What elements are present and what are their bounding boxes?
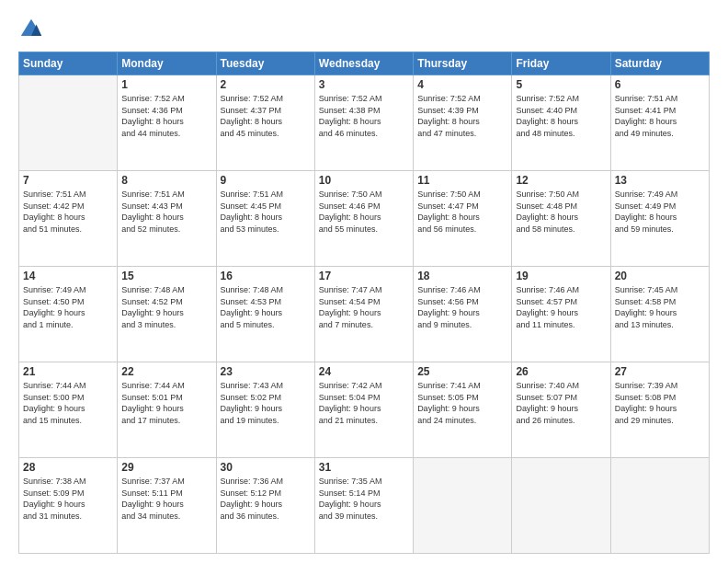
cell-info: and 9 minutes. [417,319,507,331]
cell-info: Daylight: 8 hours [221,212,311,224]
column-header-thursday: Thursday [414,52,512,75]
cell-info: Sunrise: 7:50 AM [417,189,507,201]
calendar-cell: 5Sunrise: 7:52 AMSunset: 4:40 PMDaylight… [512,75,610,171]
cell-info: Daylight: 8 hours [319,212,409,224]
column-header-wednesday: Wednesday [314,52,413,75]
cell-info: Sunset: 4:52 PM [121,296,211,308]
cell-info: and 47 minutes. [417,128,507,140]
cell-info: Daylight: 9 hours [516,307,606,319]
calendar-cell: 17Sunrise: 7:47 AMSunset: 4:54 PMDayligh… [314,267,413,362]
cell-info: Sunrise: 7:44 AM [23,380,113,392]
column-header-friday: Friday [512,52,610,75]
cell-info: Daylight: 8 hours [615,116,705,128]
day-number: 22 [121,365,211,378]
day-number: 19 [516,270,606,282]
cell-info: Sunset: 4:56 PM [417,296,507,308]
cell-info: Sunrise: 7:35 AM [319,476,409,488]
cell-info: Sunrise: 7:40 AM [516,380,606,392]
week-row-2: 7Sunrise: 7:51 AMSunset: 4:42 PMDaylight… [19,171,710,267]
day-number: 14 [23,270,113,282]
cell-info: Daylight: 8 hours [615,212,705,224]
cell-info: and 26 minutes. [516,415,606,427]
day-number: 18 [417,270,507,282]
cell-info: Sunrise: 7:52 AM [221,93,311,105]
cell-info: Sunrise: 7:42 AM [319,380,409,392]
cell-info: Sunset: 4:43 PM [121,201,211,213]
cell-info: and 24 minutes. [417,415,507,427]
cell-info: Sunrise: 7:37 AM [121,476,211,488]
calendar-cell: 12Sunrise: 7:50 AMSunset: 4:48 PMDayligh… [512,171,610,267]
cell-info: and 36 minutes. [221,511,311,523]
cell-info: Daylight: 8 hours [417,212,507,224]
cell-info: and 56 minutes. [417,224,507,236]
calendar-cell: 27Sunrise: 7:39 AMSunset: 5:08 PMDayligh… [610,362,709,458]
cell-info: Daylight: 8 hours [221,116,311,128]
cell-info: Sunrise: 7:52 AM [516,93,606,105]
day-number: 17 [319,270,409,282]
cell-info: and 59 minutes. [615,224,705,236]
cell-info: Sunrise: 7:48 AM [221,284,311,296]
cell-info: and 53 minutes. [221,224,311,236]
calendar: SundayMondayTuesdayWednesdayThursdayFrid… [18,52,710,554]
header [18,17,710,42]
calendar-cell: 25Sunrise: 7:41 AMSunset: 5:05 PMDayligh… [414,362,512,458]
cell-info: Sunset: 5:11 PM [121,488,211,500]
cell-info: Sunset: 4:53 PM [221,296,311,308]
cell-info: Sunrise: 7:50 AM [516,189,606,201]
day-number: 31 [319,461,409,474]
day-number: 15 [121,270,211,282]
day-number: 16 [221,270,311,282]
cell-info: Sunrise: 7:52 AM [121,93,211,105]
calendar-cell: 14Sunrise: 7:49 AMSunset: 4:50 PMDayligh… [19,267,118,362]
day-number: 24 [319,365,409,378]
cell-info: Daylight: 9 hours [417,403,507,415]
cell-info: Daylight: 9 hours [516,403,606,415]
cell-info: Sunset: 5:14 PM [319,488,409,500]
calendar-cell: 20Sunrise: 7:45 AMSunset: 4:58 PMDayligh… [610,267,709,362]
cell-info: and 1 minute. [23,319,113,331]
day-number: 27 [615,365,705,378]
day-number: 21 [23,365,113,378]
cell-info: Sunset: 5:08 PM [615,392,705,404]
day-number: 7 [23,174,113,187]
cell-info: Sunrise: 7:41 AM [417,380,507,392]
cell-info: and 11 minutes. [516,319,606,331]
cell-info: Daylight: 9 hours [319,403,409,415]
column-header-sunday: Sunday [19,52,118,75]
cell-info: Sunrise: 7:39 AM [615,380,705,392]
cell-info: Daylight: 9 hours [615,403,705,415]
cell-info: and 51 minutes. [23,224,113,236]
cell-info: Sunrise: 7:51 AM [121,189,211,201]
logo-icon [18,17,44,42]
cell-info: and 58 minutes. [516,224,606,236]
week-row-5: 28Sunrise: 7:38 AMSunset: 5:09 PMDayligh… [19,458,710,554]
calendar-cell: 28Sunrise: 7:38 AMSunset: 5:09 PMDayligh… [19,458,118,554]
cell-info: and 5 minutes. [221,319,311,331]
cell-info: Sunset: 4:54 PM [319,296,409,308]
cell-info: Sunset: 4:40 PM [516,105,606,117]
cell-info: Sunset: 4:37 PM [221,105,311,117]
cell-info: Sunrise: 7:38 AM [23,476,113,488]
calendar-cell: 23Sunrise: 7:43 AMSunset: 5:02 PMDayligh… [216,362,314,458]
cell-info: Daylight: 8 hours [121,212,211,224]
cell-info: Daylight: 9 hours [319,307,409,319]
cell-info: Sunrise: 7:49 AM [23,284,113,296]
cell-info: Daylight: 9 hours [417,307,507,319]
cell-info: and 31 minutes. [23,511,113,523]
cell-info: Daylight: 8 hours [121,116,211,128]
cell-info: Sunrise: 7:50 AM [319,189,409,201]
cell-info: Sunrise: 7:47 AM [319,284,409,296]
cell-info: Sunrise: 7:36 AM [221,476,311,488]
cell-info: and 19 minutes. [221,415,311,427]
day-number: 11 [417,174,507,187]
day-number: 8 [121,174,211,187]
cell-info: Sunset: 4:48 PM [516,201,606,213]
day-number: 6 [615,78,705,91]
cell-info: and 39 minutes. [319,511,409,523]
calendar-cell: 13Sunrise: 7:49 AMSunset: 4:49 PMDayligh… [610,171,709,267]
day-number: 28 [23,461,113,474]
week-row-3: 14Sunrise: 7:49 AMSunset: 4:50 PMDayligh… [19,267,710,362]
calendar-cell: 3Sunrise: 7:52 AMSunset: 4:38 PMDaylight… [314,75,413,171]
cell-info: Daylight: 8 hours [516,116,606,128]
day-number: 3 [319,78,409,91]
